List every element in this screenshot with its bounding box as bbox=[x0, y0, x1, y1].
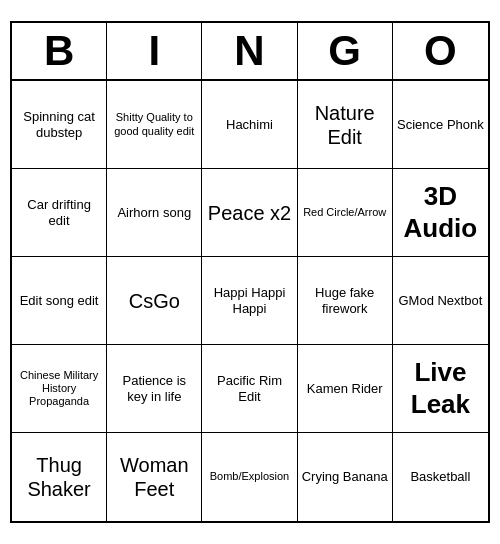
bingo-letter-O: O bbox=[393, 23, 488, 79]
bingo-cell-1: Shitty Quality to good quality edit bbox=[107, 81, 202, 169]
bingo-cell-18: Kamen Rider bbox=[298, 345, 393, 433]
bingo-cell-7: Peace x2 bbox=[202, 169, 297, 257]
bingo-cell-24: Basketball bbox=[393, 433, 488, 521]
bingo-cell-19: Live Leak bbox=[393, 345, 488, 433]
bingo-cell-6: Airhorn song bbox=[107, 169, 202, 257]
bingo-cell-4: Science Phonk bbox=[393, 81, 488, 169]
bingo-cell-12: Happi Happi Happi bbox=[202, 257, 297, 345]
bingo-letter-N: N bbox=[202, 23, 297, 79]
bingo-cell-5: Car drifting edit bbox=[12, 169, 107, 257]
bingo-card: BINGO Spinning cat dubstepShitty Quality… bbox=[10, 21, 490, 523]
bingo-cell-13: Huge fake firework bbox=[298, 257, 393, 345]
bingo-cell-21: Woman Feet bbox=[107, 433, 202, 521]
bingo-letter-G: G bbox=[298, 23, 393, 79]
bingo-cell-23: Crying Banana bbox=[298, 433, 393, 521]
bingo-letter-I: I bbox=[107, 23, 202, 79]
bingo-header: BINGO bbox=[12, 23, 488, 81]
bingo-cell-22: Bomb/Explosion bbox=[202, 433, 297, 521]
bingo-cell-11: CsGo bbox=[107, 257, 202, 345]
bingo-cell-14: GMod Nextbot bbox=[393, 257, 488, 345]
bingo-cell-3: Nature Edit bbox=[298, 81, 393, 169]
bingo-cell-20: Thug Shaker bbox=[12, 433, 107, 521]
bingo-grid: Spinning cat dubstepShitty Quality to go… bbox=[12, 81, 488, 521]
bingo-cell-17: Pacific Rim Edit bbox=[202, 345, 297, 433]
bingo-cell-10: Edit song edit bbox=[12, 257, 107, 345]
bingo-cell-0: Spinning cat dubstep bbox=[12, 81, 107, 169]
bingo-cell-9: 3D Audio bbox=[393, 169, 488, 257]
bingo-cell-8: Red Circle/Arrow bbox=[298, 169, 393, 257]
bingo-letter-B: B bbox=[12, 23, 107, 79]
bingo-cell-15: Chinese Military History Propaganda bbox=[12, 345, 107, 433]
bingo-cell-2: Hachimi bbox=[202, 81, 297, 169]
bingo-cell-16: Patience is key in life bbox=[107, 345, 202, 433]
